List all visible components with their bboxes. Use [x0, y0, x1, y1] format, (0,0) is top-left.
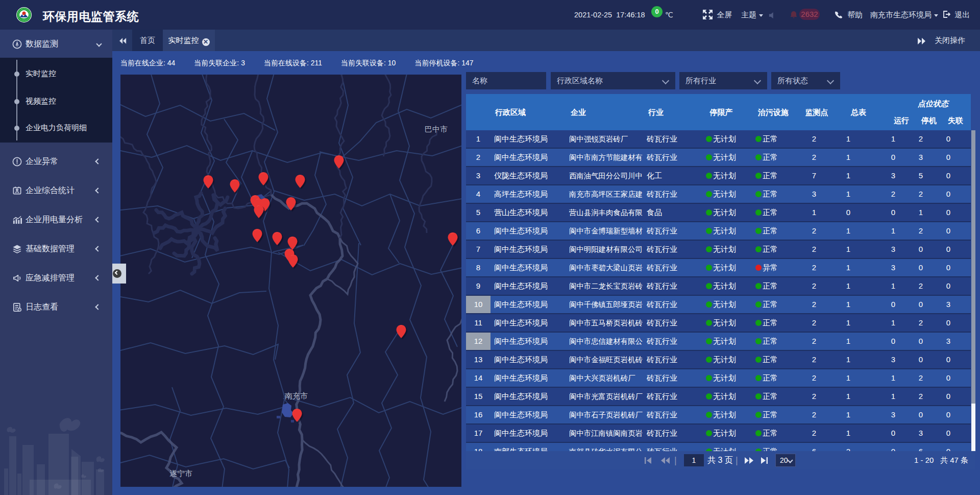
svg-text:巴中市: 巴中市 — [425, 125, 448, 133]
svg-text:南充市: 南充市 — [285, 391, 308, 400]
svg-text:遂宁市: 遂宁市 — [169, 469, 192, 478]
